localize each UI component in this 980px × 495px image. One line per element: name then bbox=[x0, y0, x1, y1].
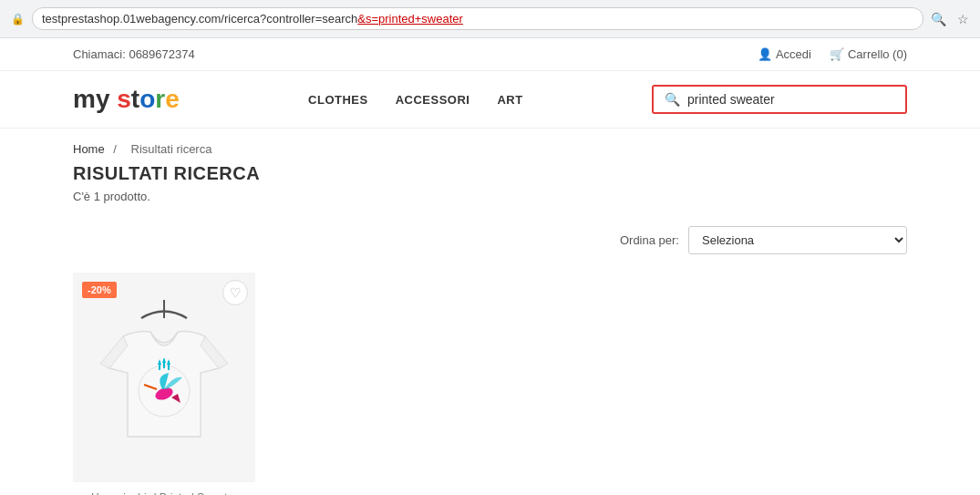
nav-art[interactable]: ART bbox=[497, 93, 522, 107]
logo-o: o bbox=[139, 85, 155, 113]
url-prefix: testprestashop.01webagency.com/ricerca?c… bbox=[42, 12, 357, 26]
logo-my: my bbox=[73, 85, 117, 113]
wishlist-button[interactable]: ♡ bbox=[222, 280, 248, 305]
address-bar-actions: 🔍 ☆ bbox=[931, 12, 969, 26]
page-title: RISULTATI RICERCA bbox=[73, 163, 907, 184]
product-count: C'è 1 prodotto. bbox=[73, 190, 907, 203]
logo-r: r bbox=[155, 85, 165, 113]
header: my store CLOTHES ACCESSORI ART 🔍 bbox=[0, 71, 980, 129]
address-bar: 🔒 testprestashop.01webagency.com/ricerca… bbox=[0, 0, 980, 38]
search-icon[interactable]: 🔍 bbox=[931, 12, 946, 26]
breadcrumb: Home / Risultati ricerca bbox=[0, 129, 980, 163]
contact-info: Chiamaci: 0689672374 bbox=[73, 47, 195, 61]
products-grid: -20% ♡ bbox=[0, 263, 980, 495]
product-info: Hummingbird Printed Sweater Il nostro pr… bbox=[73, 482, 255, 495]
product-image-wrapper: -20% ♡ bbox=[73, 273, 255, 482]
search-box[interactable]: 🔍 bbox=[652, 85, 907, 114]
url-suffix: &s=printed+sweater bbox=[357, 12, 463, 26]
bookmark-icon[interactable]: ☆ bbox=[957, 12, 969, 26]
url-field[interactable]: testprestashop.01webagency.com/ricerca?c… bbox=[32, 7, 923, 30]
logo-t: t bbox=[131, 85, 139, 113]
breadcrumb-home[interactable]: Home bbox=[73, 142, 105, 156]
sort-bar: Ordina per: Seleziona Prezzo: dal basso … bbox=[0, 217, 980, 263]
search-icon: 🔍 bbox=[665, 92, 680, 107]
lock-icon: 🔒 bbox=[11, 13, 25, 26]
page-title-section: RISULTATI RICERCA C'è 1 prodotto. bbox=[0, 163, 980, 217]
sort-label: Ordina per: bbox=[620, 233, 679, 247]
sort-select[interactable]: Seleziona Prezzo: dal basso all'alto Pre… bbox=[688, 226, 907, 254]
breadcrumb-current: Risultati ricerca bbox=[131, 142, 212, 156]
accedi-link[interactable]: 👤 Accedi bbox=[758, 47, 811, 61]
carrello-link[interactable]: 🛒 Carrello (0) bbox=[830, 47, 907, 61]
user-icon: 👤 bbox=[758, 47, 772, 61]
breadcrumb-separator: / bbox=[113, 142, 117, 156]
top-bar-actions: 👤 Accedi 🛒 Carrello (0) bbox=[758, 47, 907, 61]
logo[interactable]: my store bbox=[73, 85, 180, 114]
main-nav: CLOTHES ACCESSORI ART bbox=[308, 93, 523, 107]
top-bar: Chiamaci: 0689672374 👤 Accedi 🛒 Carrello… bbox=[0, 38, 980, 71]
nav-accessori[interactable]: ACCESSORI bbox=[396, 93, 470, 107]
nav-clothes[interactable]: CLOTHES bbox=[308, 93, 368, 107]
discount-badge: -20% bbox=[82, 282, 117, 298]
product-name-sub: Hummingbird Printed Sweater bbox=[73, 491, 255, 495]
logo-s: s bbox=[117, 85, 131, 113]
search-input[interactable] bbox=[687, 92, 894, 107]
logo-e: e bbox=[165, 85, 180, 113]
product-card[interactable]: -20% ♡ bbox=[73, 273, 255, 495]
product-image bbox=[91, 295, 237, 459]
cart-icon: 🛒 bbox=[830, 47, 844, 61]
